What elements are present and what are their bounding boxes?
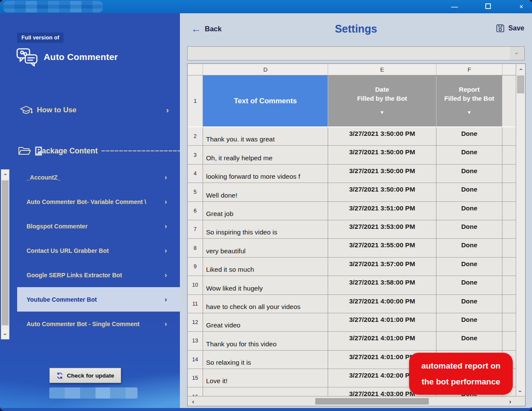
sidebar-package-item[interactable]: Blogspot Commenter ›	[17, 214, 180, 238]
comment-cell[interactable]: Thank you for this video	[203, 332, 328, 350]
check-for-update-button[interactable]: Check for update	[49, 368, 121, 383]
report-cell[interactable]: Done	[436, 276, 502, 294]
header-date-filled-by-bot[interactable]: Date Filled by the Bot ▼	[328, 75, 436, 126]
empty-cell[interactable]	[502, 202, 516, 220]
date-cell[interactable]: 3/27/2021 3:58:00 PM	[328, 276, 436, 294]
row-number[interactable]: 16	[188, 387, 203, 396]
comment-cell[interactable]: Great job	[203, 202, 328, 220]
column-letter-f[interactable]: F	[436, 64, 502, 75]
row-number[interactable]: 1	[188, 75, 203, 126]
comment-cell[interactable]: have to check on all your videos	[203, 295, 328, 313]
sidebar-item-how-to-use[interactable]: How to Use ›	[0, 102, 180, 118]
comment-cell[interactable]: Oh, it really helped me	[203, 146, 328, 164]
row-number[interactable]: 2	[188, 127, 203, 146]
comment-cell[interactable]: So relaxing it is	[203, 351, 328, 369]
report-cell[interactable]: Done	[436, 313, 502, 332]
empty-cell[interactable]	[502, 127, 516, 146]
vertical-scrollbar[interactable]: › ›	[516, 64, 525, 397]
row-number[interactable]: 7	[188, 220, 203, 239]
column-letter-d[interactable]: D	[203, 64, 328, 75]
empty-cell[interactable]	[502, 276, 516, 294]
empty-cell[interactable]	[502, 295, 516, 313]
report-cell[interactable]: Done	[436, 165, 502, 183]
row-number[interactable]: 6	[188, 202, 203, 220]
report-cell[interactable]: Done	[436, 220, 502, 239]
comment-cell[interactable]: Liked it so much	[203, 258, 328, 276]
report-cell[interactable]: Done	[436, 295, 502, 313]
report-cell[interactable]: Done	[436, 183, 502, 201]
row-number[interactable]: 5	[188, 183, 203, 201]
filter-arrow-icon[interactable]: ▼	[467, 108, 472, 117]
scroll-right-arrow-icon[interactable]: ›	[505, 396, 515, 406]
row-number[interactable]: 4	[188, 165, 203, 183]
maximize-button[interactable]	[483, 0, 493, 13]
sidebar-package-item[interactable]: Google SERP Links Extractor Bot ›	[17, 263, 180, 287]
empty-cell[interactable]	[502, 220, 516, 239]
report-cell[interactable]: Done	[436, 258, 502, 276]
report-cell[interactable]: Done	[436, 239, 502, 257]
empty-cell[interactable]	[502, 146, 516, 164]
header-text-of-comments[interactable]: Text of Comments	[203, 75, 328, 126]
row-number[interactable]: 9	[188, 258, 203, 276]
empty-cell[interactable]	[502, 239, 516, 257]
scroll-up-arrow-icon[interactable]: ›	[516, 65, 525, 74]
comment-cell[interactable]: Great video	[203, 313, 328, 332]
close-button[interactable]: ×	[517, 0, 526, 13]
column-letter-g[interactable]	[502, 64, 516, 75]
comment-cell[interactable]: So inspiring this video is	[203, 220, 328, 239]
comment-cell[interactable]: looking forward to more videos f	[203, 165, 328, 183]
row-number[interactable]: 3	[188, 146, 203, 164]
comment-cell[interactable]	[203, 387, 328, 396]
comment-cell[interactable]: Wow liked it hugely	[203, 276, 328, 294]
sidebar-package-item[interactable]: _AccountZ_ ›	[17, 165, 180, 189]
row-number[interactable]: 15	[188, 369, 203, 387]
row-number[interactable]: 10	[188, 276, 203, 294]
comment-cell[interactable]: Well done!	[203, 183, 328, 201]
scroll-up-arrow-icon[interactable]: ›	[1, 170, 9, 179]
sidebar-package-item[interactable]: Auto Commenter Bot- Variable Comment \ ›	[17, 189, 180, 214]
sidebar-scrollbar-thumb[interactable]	[2, 180, 9, 325]
date-cell[interactable]: 3/27/2021 3:55:00 PM	[328, 239, 436, 257]
row-number[interactable]: 11	[188, 295, 203, 313]
report-cell[interactable]: Done	[436, 146, 502, 164]
horizontal-scrollbar[interactable]: ‹ ›	[188, 396, 516, 406]
row-number[interactable]: 14	[188, 351, 203, 369]
scroll-left-arrow-icon[interactable]: ‹	[188, 396, 198, 406]
date-cell[interactable]: 3/27/2021 3:50:00 PM	[328, 127, 436, 146]
date-cell[interactable]: 3/27/2021 3:57:00 PM	[328, 258, 436, 276]
vertical-scrollbar-thumb[interactable]	[517, 75, 524, 93]
report-cell[interactable]: Done	[436, 202, 502, 220]
report-cell[interactable]: Done	[436, 127, 502, 146]
date-cell[interactable]: 3/27/2021 4:00:00 PM	[328, 295, 436, 313]
column-letter-e[interactable]: E	[328, 64, 436, 75]
minimize-button[interactable]: —	[450, 0, 459, 13]
filter-arrow-icon[interactable]: ▼	[380, 108, 385, 117]
empty-cell[interactable]	[502, 258, 516, 276]
header-report-filled-by-bot[interactable]: Report Filled by the Bot ▼	[436, 75, 502, 126]
sidebar-scrollbar[interactable]: › ›	[1, 169, 9, 339]
corner-cell[interactable]	[188, 64, 203, 75]
date-cell[interactable]: 3/27/2021 3:51:00 PM	[328, 202, 436, 220]
comment-cell[interactable]: Thank you. it was great	[203, 127, 328, 146]
empty-cell[interactable]	[502, 183, 516, 201]
row-number[interactable]: 12	[188, 313, 203, 332]
sidebar-package-item[interactable]: Youtube Commenter Bot ›	[17, 287, 180, 312]
row-number[interactable]: 8	[188, 239, 203, 257]
sidebar-package-item[interactable]: Contact Us URL Grabber Bot ›	[17, 238, 180, 263]
empty-cell[interactable]	[502, 332, 516, 350]
horizontal-scrollbar-thumb[interactable]	[315, 398, 429, 405]
comment-cell[interactable]: Love it!	[203, 369, 328, 387]
dropdown-chevron-icon[interactable]: ›	[510, 47, 524, 60]
save-button[interactable]: Save	[496, 24, 524, 33]
report-cell[interactable]: Done	[436, 332, 502, 350]
scroll-down-arrow-icon[interactable]: ›	[516, 387, 525, 396]
row-number[interactable]: 13	[188, 332, 203, 350]
empty-cell[interactable]	[502, 313, 516, 332]
date-cell[interactable]: 3/27/2021 4:01:00 PM	[328, 313, 436, 332]
date-cell[interactable]: 3/27/2021 3:50:00 PM	[328, 183, 436, 201]
date-cell[interactable]: 3/27/2021 4:01:00 PM	[328, 332, 436, 350]
sidebar-package-item[interactable]: Auto Commenter Bot - Single Comment ›	[17, 312, 180, 336]
date-cell[interactable]: 3/27/2021 3:50:00 PM	[328, 146, 436, 164]
empty-cell[interactable]	[502, 165, 516, 183]
settings-dropdown[interactable]: ›	[187, 46, 525, 60]
